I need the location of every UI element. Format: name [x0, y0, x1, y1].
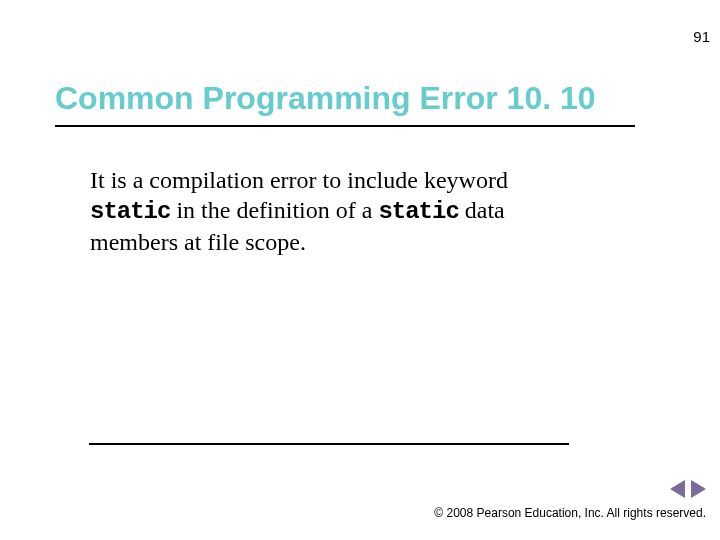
bottom-divider	[89, 443, 569, 445]
title-divider	[55, 125, 635, 127]
body-part-2: in the definition of a	[170, 197, 378, 223]
body-text: It is a compilation error to include key…	[55, 165, 565, 257]
next-arrow-icon[interactable]	[691, 480, 706, 498]
copyright-text: © 2008 Pearson Education, Inc. All right…	[434, 506, 706, 520]
slide-content: Common Programming Error 10. 10 It is a …	[0, 0, 720, 257]
page-number: 91	[693, 28, 710, 45]
slide-title: Common Programming Error 10. 10	[55, 80, 665, 117]
nav-controls	[670, 480, 706, 498]
keyword-static-1: static	[90, 198, 170, 225]
keyword-static-2: static	[378, 198, 458, 225]
prev-arrow-icon[interactable]	[670, 480, 685, 498]
body-part-1: It is a compilation error to include key…	[90, 167, 508, 193]
